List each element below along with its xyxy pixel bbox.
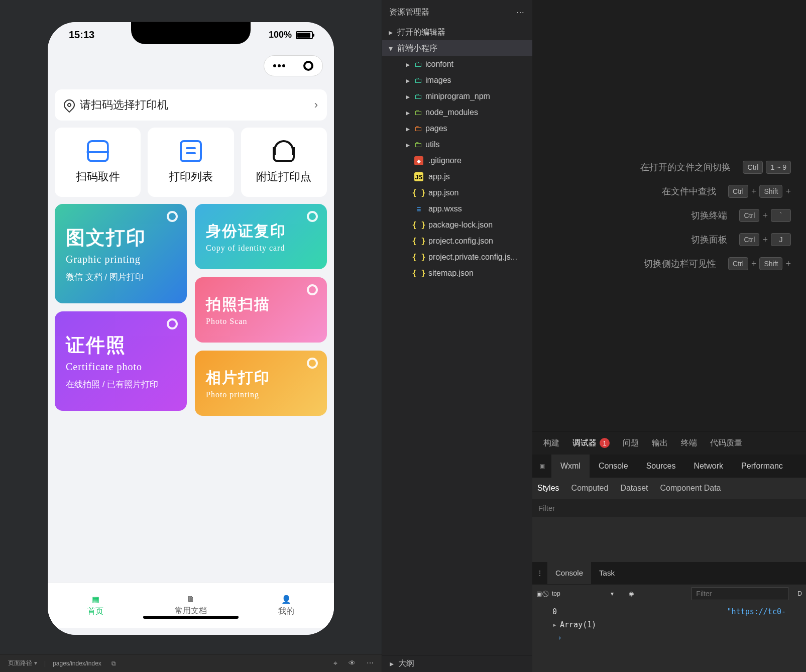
tree-file[interactable]: ◆.gitignore [382, 153, 532, 169]
card-subtitle: Photo printing [206, 390, 316, 399]
tree-folder[interactable]: 🗀images [382, 72, 532, 88]
tree-file[interactable]: ≡app.wxss [382, 201, 532, 217]
panel-tab-terminal[interactable]: 终端 [681, 438, 697, 449]
card-title: 拍照扫描 [206, 294, 316, 315]
console-tab-task[interactable]: Task [591, 562, 623, 584]
wxss-icon: ≡ [414, 204, 423, 213]
devtool-tab-network[interactable]: Network [684, 455, 732, 478]
phone-notch [131, 22, 251, 44]
devtool-tab-wxml[interactable]: Wxml [551, 455, 590, 478]
panel-tab-output[interactable]: 输出 [652, 438, 668, 449]
outline-header[interactable]: 大纲 [382, 655, 532, 672]
card-desc: 微信 文档 / 图片打印 [66, 271, 176, 283]
devtools-tabs: ▣ Wxml Console Sources Network Performan… [532, 455, 806, 478]
devtool-tab-sources[interactable]: Sources [637, 455, 685, 478]
panel-tab-build[interactable]: 构建 [543, 438, 559, 449]
subtab-dataset[interactable]: Dataset [620, 484, 648, 493]
scan-icon [87, 140, 109, 162]
explorer-panel: ▭ ↻ + ⋯ 资源管理器 ⋯ 打开的编辑器 前端小程序 🗀iconfont 🗀… [382, 0, 532, 672]
tabbar-docs[interactable]: 🗎 常用文档 [143, 595, 239, 616]
context-selector[interactable]: top▾ [552, 590, 614, 598]
panel-tab-problems[interactable]: 问题 [623, 438, 639, 449]
card-title: 相片打印 [206, 368, 316, 388]
card-photo-scan[interactable]: 拍照扫描 Photo Scan [195, 277, 327, 343]
capsule-close-icon[interactable] [303, 61, 313, 71]
subtab-component-data[interactable]: Component Data [660, 484, 721, 493]
tree-file[interactable]: { }sitemap.json [382, 265, 532, 281]
console-output[interactable]: 0 "https://tc0- Array(1) › [532, 603, 806, 673]
card-subtitle: Photo Scan [206, 317, 316, 326]
tree-folder[interactable]: 🗀iconfont [382, 56, 532, 72]
list-icon [180, 140, 202, 162]
error-badge: 1 [600, 438, 610, 448]
styles-filter[interactable]: Filter [538, 504, 555, 512]
folder-icon: 🗀 [414, 92, 422, 101]
shortcut-row: 切换终端 Ctrl+` [691, 209, 791, 222]
folder-icon: 🗀 [414, 124, 422, 133]
card-certificate-photo[interactable]: 证件照 Certificate photo 在线拍照 / 已有照片打印 [55, 311, 187, 411]
tree-folder[interactable]: 🗀miniprogram_npm [382, 88, 532, 104]
action-print-list[interactable]: 打印列表 [148, 128, 234, 197]
miniapp-capsule[interactable] [264, 55, 323, 76]
prompt-icon[interactable]: › [552, 633, 567, 642]
json-icon: { } [414, 220, 423, 230]
tree-folder[interactable]: 🗀node_modules [382, 104, 532, 121]
file-tree[interactable]: 打开的编辑器 前端小程序 🗀iconfont 🗀images 🗀miniprog… [382, 24, 532, 655]
devtool-tab-console[interactable]: Console [590, 455, 637, 478]
page-path-value[interactable]: pages/index/index [53, 660, 101, 667]
styles-subtabs: Styles Computed Dataset Component Data [532, 478, 806, 499]
tree-file[interactable]: { }package-lock.json [382, 217, 532, 233]
tree-file[interactable]: { }project.private.config.js... [382, 249, 532, 265]
compass-icon[interactable]: ⌖ [333, 659, 337, 667]
subtab-computed[interactable]: Computed [571, 484, 609, 493]
tree-file[interactable]: { }project.config.json [382, 233, 532, 249]
card-subtitle: Certificate photo [66, 361, 176, 373]
page-path-label[interactable]: 页面路径 [8, 659, 37, 667]
play-icon[interactable]: ▣ [536, 590, 542, 597]
action-scan-pickup[interactable]: 扫码取件 [55, 128, 141, 197]
grid-icon: ▦ [92, 595, 99, 604]
card-id-copy[interactable]: 身份证复印 Copy of identity card [195, 204, 327, 269]
editor-panel: 在打开的文件之间切换 Ctrl1 ~ 9 在文件中查找 Ctrl+Shift+ … [532, 0, 806, 672]
more-icon[interactable]: ⋯ [367, 659, 374, 667]
battery-icon [296, 31, 313, 39]
more-icon[interactable]: ⋯ [516, 8, 525, 17]
capsule-menu-icon[interactable] [273, 64, 285, 67]
card-title: 证件照 [66, 332, 176, 358]
inspect-icon[interactable]: ▣ [532, 463, 551, 470]
tree-folder[interactable]: 🗀utils [382, 137, 532, 153]
tree-open-editors[interactable]: 打开的编辑器 [382, 24, 532, 40]
card-photo-printing[interactable]: 相片打印 Photo printing [195, 351, 327, 416]
json-icon: { } [414, 237, 423, 246]
eye-icon[interactable]: ◉ [629, 590, 634, 597]
subtab-styles[interactable]: Styles [537, 484, 559, 493]
folder-icon: 🗀 [414, 76, 422, 85]
log-url[interactable]: "https://tc0- [727, 607, 786, 616]
tabbar-label: 我的 [278, 606, 294, 617]
folder-icon: 🗀 [414, 140, 422, 149]
tabbar-me[interactable]: 👤 我的 [239, 595, 334, 617]
tree-file[interactable]: { }app.json [382, 185, 532, 201]
select-printer-bar[interactable]: 请扫码选择打印机 › [55, 89, 327, 121]
action-nearby[interactable]: 附近打印点 [241, 128, 327, 197]
ring-icon [167, 211, 178, 222]
console-filter-input[interactable] [692, 587, 788, 600]
shortcut-row: 在文件中查找 Ctrl+Shift+ [662, 185, 791, 198]
expand-icon[interactable] [552, 620, 560, 629]
kebab-icon[interactable]: ⋮ [532, 570, 547, 577]
copy-icon[interactable]: ⧉ [111, 660, 116, 667]
simulator-panel: 15:13 100% 优选源码网测试 [0, 0, 382, 672]
panel-tab-quality[interactable]: 代码质量 [710, 438, 742, 449]
tree-folder[interactable]: 🗀pages [382, 121, 532, 137]
folder-icon: 🗀 [414, 60, 422, 69]
json-icon: { } [414, 253, 423, 262]
explorer-title: 资源管理器 [389, 7, 429, 18]
tree-file[interactable]: JSapp.js [382, 169, 532, 185]
card-graphic-printing[interactable]: 图文打印 Graphic printing 微信 文档 / 图片打印 [55, 204, 187, 303]
panel-tab-debugger[interactable]: 调试器1 [572, 438, 610, 449]
tree-project-root[interactable]: 前端小程序 [382, 40, 532, 56]
console-tab-console[interactable]: Console [547, 562, 591, 584]
tabbar-home[interactable]: ▦ 首页 [48, 595, 143, 617]
devtool-tab-performance[interactable]: Performanc [732, 455, 792, 478]
eye-icon[interactable]: 👁 [349, 659, 356, 667]
